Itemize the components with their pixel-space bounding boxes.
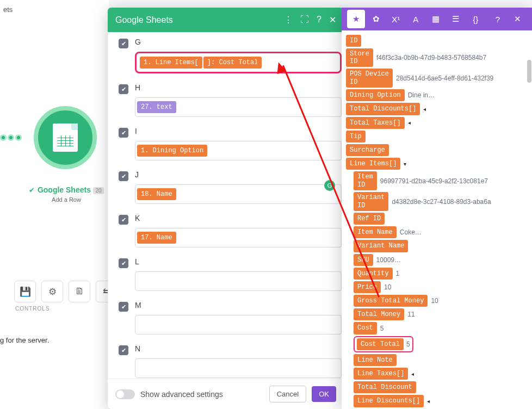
data-item[interactable]: Total Taxes[] ◂ <box>346 116 532 129</box>
data-item[interactable]: Total Discounts[] ◂ <box>346 102 532 116</box>
data-pill[interactable]: Ref ID <box>354 213 385 225</box>
data-item[interactable]: Variant Name <box>346 239 532 253</box>
caret-right-icon[interactable]: ◂ <box>423 106 426 112</box>
cancel-button[interactable]: Cancel <box>269 386 306 402</box>
data-pill[interactable]: Price <box>354 281 381 293</box>
data-pill[interactable]: Gross Total Money <box>354 295 428 307</box>
data-item[interactable]: StoreID f46f3c3a-0b9b-47d9-b483-5768584b… <box>346 47 532 68</box>
close-icon[interactable]: ✕ <box>329 15 336 25</box>
field-input[interactable]: 27. text <box>135 97 342 117</box>
caret-right-icon[interactable]: ◂ <box>408 120 411 126</box>
data-item[interactable]: Line Note <box>346 353 532 367</box>
gear-icon[interactable]: ✿ <box>367 10 385 28</box>
data-item[interactable]: ItemID 96997791-d2ba-45c9-a2f2-13c081e7 <box>346 171 532 191</box>
modal-body[interactable]: ✔G1. Line Items[]: Cost Total✔H27. text✔… <box>108 32 344 379</box>
data-pill[interactable]: SKU <box>354 254 373 266</box>
kebab-icon[interactable]: ⋮ <box>284 15 293 25</box>
highlighted-pill[interactable]: Cost Total 5 <box>354 336 413 352</box>
panel-help-icon[interactable]: ? <box>489 10 507 28</box>
data-item[interactable]: Total Discount <box>346 381 532 394</box>
mapping-pill[interactable]: 1. Line Items[ <box>140 57 202 69</box>
mapping-pill[interactable]: ]: Cost Total <box>203 57 262 69</box>
save-icon[interactable]: 💾 <box>14 281 36 302</box>
data-pill[interactable]: Line Items[] <box>346 158 400 170</box>
mapping-pill[interactable]: 1. Dining Option <box>137 145 207 157</box>
data-item[interactable]: VariantID d4382d8e-3c27-4108-89d3-aba6a <box>346 191 532 212</box>
scrollbar-thumb[interactable] <box>527 60 531 83</box>
field-checkbox[interactable]: ✔ <box>119 258 128 268</box>
note-icon[interactable]: 🗎 <box>69 281 90 302</box>
data-pill[interactable]: Item Name <box>354 226 397 238</box>
scenario-node[interactable] <box>34 106 97 169</box>
mapping-pill[interactable]: 27. text <box>137 101 176 113</box>
field-checkbox[interactable]: ✔ <box>119 345 128 355</box>
mapping-pill[interactable]: 17. Name <box>137 232 176 244</box>
data-item[interactable]: Gross Total Money 10 <box>346 294 532 308</box>
data-pill[interactable]: Cost Total <box>357 338 404 350</box>
node-label[interactable]: ✔ Google Sheets 20 Add a Row <box>23 185 110 203</box>
panel-body[interactable]: ID StoreID f46f3c3a-0b9b-47d9-b483-57685… <box>342 30 532 409</box>
data-pill[interactable]: Quantity <box>354 268 393 280</box>
data-pill[interactable]: Total Taxes[] <box>346 117 405 129</box>
data-item[interactable]: Tip <box>346 129 532 143</box>
data-item[interactable]: Price 10 <box>346 280 532 294</box>
field-input[interactable] <box>135 271 342 291</box>
data-pill[interactable]: Line Discounts[] <box>354 395 424 407</box>
data-pill[interactable]: Total Money <box>354 308 404 320</box>
expand-icon[interactable]: ⛶ <box>300 15 309 25</box>
data-item[interactable]: Surcharge <box>346 144 532 157</box>
text-icon[interactable]: A <box>407 10 425 28</box>
data-item[interactable]: Cost Total 5 <box>346 335 532 353</box>
data-pill[interactable]: POS DeviceID <box>346 69 393 88</box>
data-pill[interactable]: VariantID <box>354 192 388 211</box>
field-input[interactable] <box>135 315 342 334</box>
star-icon[interactable]: ★ <box>347 10 365 28</box>
mapping-pill[interactable]: 18. Name <box>137 188 176 200</box>
field-input[interactable]: 17. Name <box>135 228 342 247</box>
data-pill[interactable]: ID <box>346 35 361 47</box>
data-item[interactable]: Dining Option Dine in… <box>346 89 532 102</box>
data-item[interactable]: Cost 5 <box>346 321 532 335</box>
caret-right-icon[interactable]: ◂ <box>427 398 430 404</box>
field-checkbox[interactable]: ✔ <box>119 302 128 312</box>
data-item[interactable]: Ref ID <box>346 212 532 225</box>
field-input[interactable] <box>135 358 342 378</box>
caret-down-icon[interactable]: ▾ <box>404 161 406 167</box>
field-checkbox[interactable]: ✔ <box>119 84 128 94</box>
data-pill[interactable]: Surcharge <box>346 144 389 156</box>
data-pill[interactable]: Cost <box>354 322 377 334</box>
date-icon[interactable]: ▦ <box>427 10 445 28</box>
data-pill[interactable]: Variant Name <box>354 240 408 252</box>
data-item[interactable]: POS DeviceID 28d5414d-6ae5-4eff-8d61-432… <box>346 68 532 89</box>
data-item[interactable]: Item Name Coke… <box>346 226 532 239</box>
data-pill[interactable]: ItemID <box>354 171 377 190</box>
data-pill[interactable]: Total Discounts[] <box>346 103 420 115</box>
field-checkbox[interactable]: ✔ <box>119 215 128 225</box>
data-pill[interactable]: Total Discount <box>354 381 416 393</box>
data-pill[interactable]: Line Note <box>354 354 397 366</box>
field-input[interactable]: 1. Dining Option <box>135 141 342 160</box>
source-badge[interactable]: G <box>324 180 335 191</box>
data-pill[interactable]: Line Taxes[] <box>354 368 408 380</box>
data-pill[interactable]: Tip <box>346 131 366 142</box>
data-item[interactable]: Line Items[] ▾ <box>346 157 532 171</box>
data-item[interactable]: Total Money 11 <box>346 308 532 321</box>
field-checkbox[interactable]: ✔ <box>119 39 128 48</box>
field-checkbox[interactable]: ✔ <box>119 171 128 181</box>
field-checkbox[interactable]: ✔ <box>119 128 128 138</box>
ok-button[interactable]: OK <box>312 386 336 402</box>
data-pill[interactable]: StoreID <box>346 48 373 67</box>
gear-icon[interactable]: ⚙ <box>41 281 63 302</box>
help-icon[interactable]: ? <box>317 15 321 25</box>
data-item[interactable]: ID <box>346 34 532 47</box>
data-item[interactable]: Quantity 1 <box>346 267 532 280</box>
field-input[interactable]: 18. Name <box>135 184 342 204</box>
data-item[interactable]: SKU 10009… <box>346 253 532 267</box>
math-icon[interactable]: X¹ <box>387 10 405 28</box>
data-item[interactable]: Line Discounts[] ◂ <box>346 394 532 408</box>
data-pill[interactable]: Dining Option <box>346 89 405 101</box>
array-icon[interactable]: ☰ <box>447 10 465 28</box>
json-icon[interactable]: {} <box>467 10 485 28</box>
data-item[interactable]: Line Taxes[] ◂ <box>346 367 532 381</box>
caret-right-icon[interactable]: ◂ <box>411 371 414 377</box>
